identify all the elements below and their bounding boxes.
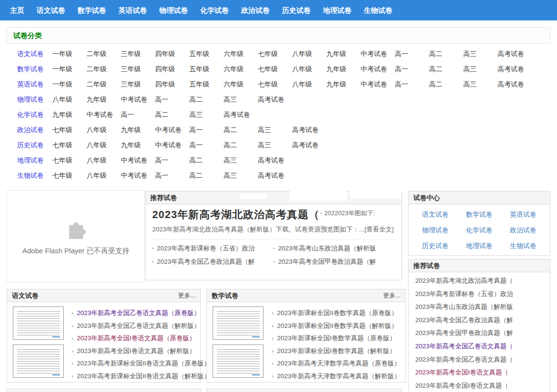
paper-center-link[interactable]: 语文试卷 xyxy=(413,207,457,222)
paper-link[interactable]: 2023年新高考全国I卷语文真题（原卷版） xyxy=(71,332,210,345)
paper-link[interactable]: 2023年新高考全国乙卷语文真题（原卷版） xyxy=(71,307,210,320)
paper-link[interactable]: 2023年新课标全国I卷数学真题（解析版） xyxy=(272,345,401,358)
grade-link[interactable]: 中考试卷 xyxy=(121,172,155,180)
grade-link[interactable]: 八年级 xyxy=(87,156,121,165)
grade-link[interactable]: 四年级 xyxy=(155,80,189,89)
grade-link[interactable]: 五年级 xyxy=(189,50,224,58)
more-link[interactable]: 更多... xyxy=(178,289,195,302)
grade-link[interactable]: 三年级 xyxy=(121,65,155,74)
grade-link[interactable]: 二年级 xyxy=(87,80,121,89)
paper-thumbnail[interactable] xyxy=(13,306,64,340)
grade-link[interactable]: 九年级 xyxy=(87,96,121,104)
grade-link[interactable]: 高一 xyxy=(155,96,189,104)
grade-link[interactable]: 四年级 xyxy=(155,65,189,74)
grade-link[interactable]: 高一 xyxy=(395,65,429,74)
grade-link[interactable]: 高考试卷 xyxy=(292,141,326,150)
paper-link[interactable]: 2023年新高考全国I卷语文真题（解析版） xyxy=(71,345,210,358)
grade-link[interactable]: 高一 xyxy=(155,156,189,165)
nav-item[interactable]: 生物试卷 xyxy=(358,0,399,20)
grade-link[interactable]: 六年级 xyxy=(224,50,258,58)
grade-link[interactable]: 七年级 xyxy=(258,50,292,58)
grade-link[interactable]: 七年级 xyxy=(258,80,292,89)
paper-center-link[interactable]: 政治试卷 xyxy=(501,222,545,238)
paper-thumbnail[interactable] xyxy=(213,344,264,378)
paper-link[interactable]: 2023年新高考天津数学高考真题（原卷版） xyxy=(272,357,401,370)
nav-item[interactable]: 政治试卷 xyxy=(235,0,276,20)
category-label-link[interactable]: 物理试卷 xyxy=(17,96,52,104)
grade-link[interactable]: 高三 xyxy=(463,80,498,89)
category-label-link[interactable]: 数学试卷 xyxy=(17,65,52,74)
grade-link[interactable]: 高三 xyxy=(258,141,292,150)
recommended-paper-link[interactable]: 2023年新高考湖北政治高考真题（ xyxy=(415,277,513,284)
grade-link[interactable]: 八年级 xyxy=(292,65,326,74)
grade-link[interactable]: 二年级 xyxy=(87,65,121,74)
recommended-paper-link[interactable]: 2023年新高考全国I卷语文真题（ xyxy=(415,369,508,376)
grade-link[interactable]: 高考试卷 xyxy=(292,126,326,134)
grade-link[interactable]: 高三 xyxy=(189,111,224,119)
grade-link[interactable]: 五年级 xyxy=(189,80,224,89)
paper-center-link[interactable]: 生物试卷 xyxy=(501,238,545,254)
paper-thumbnail[interactable] xyxy=(213,306,264,340)
grade-link[interactable]: 高考试卷 xyxy=(258,96,292,104)
grade-link[interactable]: 八年级 xyxy=(87,141,121,150)
grade-link[interactable]: 高一 xyxy=(155,172,189,180)
grade-link[interactable]: 九年级 xyxy=(326,65,361,74)
grade-link[interactable]: 四年级 xyxy=(155,50,189,58)
paper-link[interactable]: 2023年新课标全国II卷数学真题（解析版） xyxy=(272,320,401,333)
more-link[interactable]: 更多... xyxy=(383,289,401,302)
grade-link[interactable]: 中考试卷 xyxy=(155,126,189,134)
grade-link[interactable]: 高二 xyxy=(224,126,258,134)
grade-link[interactable]: 高考试卷 xyxy=(224,111,258,119)
paper-link[interactable]: 2023年新课标全国II卷数学真题（原卷版） xyxy=(272,307,401,320)
grade-link[interactable]: 七年级 xyxy=(258,65,292,74)
grade-link[interactable]: 高一 xyxy=(189,126,224,134)
grade-link[interactable]: 高三 xyxy=(258,126,292,134)
grade-link[interactable]: 高一 xyxy=(189,141,224,150)
grade-link[interactable]: 高三 xyxy=(463,50,498,58)
category-label-link[interactable]: 政治试卷 xyxy=(17,126,52,134)
nav-item[interactable]: 语文试卷 xyxy=(30,0,71,20)
paper-link[interactable]: 2023年新课标全国I卷数学真题（原卷版） xyxy=(272,332,401,345)
grade-link[interactable]: 高一 xyxy=(121,111,155,119)
grade-link[interactable]: 九年级 xyxy=(52,111,87,119)
paper-center-link[interactable]: 历史试卷 xyxy=(413,238,457,254)
grade-link[interactable]: 七年级 xyxy=(52,126,87,134)
nav-item[interactable]: 地理试卷 xyxy=(317,0,358,20)
grade-link[interactable]: 九年级 xyxy=(326,80,361,89)
grade-link[interactable]: 中考试卷 xyxy=(121,156,155,165)
grade-link[interactable]: 高考试卷 xyxy=(258,156,292,165)
category-label-link[interactable]: 历史试卷 xyxy=(17,141,52,150)
paper-center-link[interactable]: 物理试卷 xyxy=(413,222,457,238)
grade-link[interactable]: 高二 xyxy=(155,111,189,119)
grade-link[interactable]: 一年级 xyxy=(52,65,87,74)
grade-link[interactable]: 高三 xyxy=(463,65,498,74)
nav-item[interactable]: 物理试卷 xyxy=(153,0,194,20)
featured-title-link[interactable]: 2023年新高考湖北政治高考真题（ xyxy=(152,209,320,220)
recommended-paper-link[interactable]: 2023年新高考全国乙卷语文真题（ xyxy=(415,343,513,350)
grade-link[interactable]: 高考试卷 xyxy=(498,80,532,89)
grade-link[interactable]: 高三 xyxy=(224,96,258,104)
grade-link[interactable]: 八年级 xyxy=(87,126,121,134)
grade-link[interactable]: 高二 xyxy=(189,96,224,104)
grade-link[interactable]: 六年级 xyxy=(224,65,258,74)
grade-link[interactable]: 一年级 xyxy=(52,80,87,89)
paper-thumbnail[interactable] xyxy=(13,344,64,378)
nav-item[interactable]: 英语试卷 xyxy=(112,0,153,20)
paper-link[interactable]: 2023年高考新课标全国II卷语文真题（解析版） xyxy=(71,370,210,383)
grade-link[interactable]: 九年级 xyxy=(121,141,155,150)
grade-link[interactable]: 高二 xyxy=(224,141,258,150)
grade-link[interactable]: 高二 xyxy=(189,172,224,180)
grade-link[interactable]: 高二 xyxy=(429,65,463,74)
recommended-paper-link[interactable]: 2023年高考山东政治真题（解析版 xyxy=(415,303,513,310)
category-label-link[interactable]: 化学试卷 xyxy=(17,111,52,119)
recommended-paper-link[interactable]: 2023年高考全国乙卷政治真题（解 xyxy=(152,258,274,266)
grade-link[interactable]: 中考试卷 xyxy=(87,111,121,119)
nav-item[interactable]: 历史试卷 xyxy=(276,0,317,20)
grade-link[interactable]: 高三 xyxy=(224,156,258,165)
paper-link[interactable]: 2023年新高考全国乙卷语文真题（解析版） xyxy=(71,320,210,333)
grade-link[interactable]: 中考试卷 xyxy=(361,50,395,58)
paper-center-link[interactable]: 化学试卷 xyxy=(457,222,501,238)
category-label-link[interactable]: 语文试卷 xyxy=(17,50,52,58)
grade-link[interactable]: 高三 xyxy=(224,172,258,180)
grade-link[interactable]: 一年级 xyxy=(52,50,87,58)
